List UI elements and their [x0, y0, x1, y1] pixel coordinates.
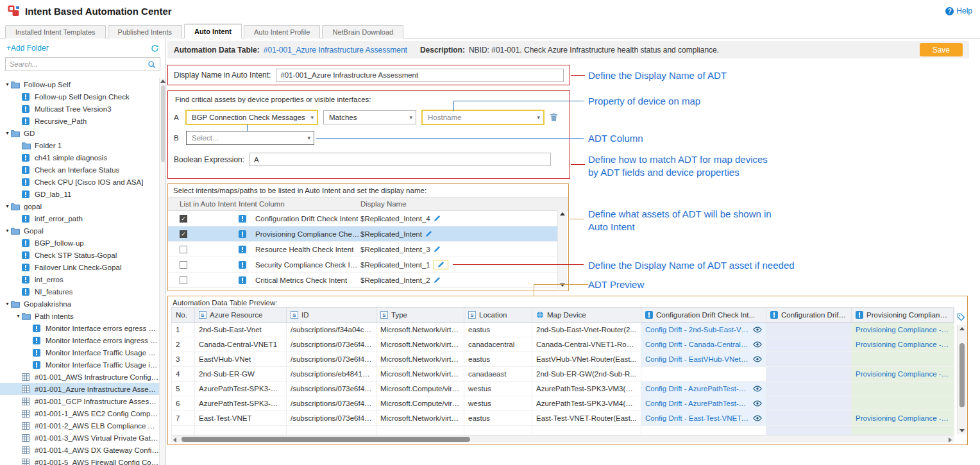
tree-item-gd-lab-11[interactable]: GD_lab_11	[0, 188, 159, 200]
scrollbar-thumb[interactable]	[182, 437, 470, 442]
eye-icon[interactable]	[753, 326, 762, 333]
refresh-icon[interactable]	[151, 44, 159, 53]
config-drift-link[interactable]: Config Drift - Canada-Central-VNET1-...	[645, 337, 750, 351]
edit-display-name-icon[interactable]	[425, 230, 432, 237]
tree-item-monitor-interface-errors-egress-path[interactable]: Monitor Interface errors egress path	[0, 322, 159, 334]
scroll-up-icon[interactable]	[959, 327, 965, 330]
delete-condition-icon[interactable]	[550, 113, 558, 122]
list-checkbox[interactable]	[180, 261, 187, 269]
boolean-expression-input[interactable]	[249, 153, 551, 166]
tree-item-int-erros[interactable]: int_erros	[0, 273, 159, 285]
tree-item-01-001-1-aws-ec2-config-compliance-ass[interactable]: #01-001-1_AWS EC2 Config Compliance Ass.…	[0, 407, 159, 419]
expander-icon[interactable]: ▾	[4, 130, 11, 136]
scroll-left-icon[interactable]	[173, 437, 176, 443]
scroll-up-icon[interactable]	[160, 80, 165, 83]
search-input[interactable]	[10, 60, 148, 68]
column-header-location[interactable]: SLocation	[464, 308, 532, 322]
tree-item-monitor-interface-errors-ingress-path[interactable]: Monitor Interface errors ingress path	[0, 334, 159, 346]
scroll-up-icon[interactable]	[560, 212, 565, 216]
config-drift-link[interactable]: Config Drift - AzurePathTest-SPK3-V...	[645, 396, 750, 410]
tree-item-01-001-gcp-infrastructure-assessment[interactable]: #01-001_GCP Infrastructure Assessment	[0, 395, 159, 407]
tree-item-ni-features[interactable]: NI_features	[0, 285, 159, 298]
provisioning-link[interactable]: Provisioning Compliance - Canada-...	[856, 341, 954, 348]
column-header-configuration-drift-check-int[interactable]: Configuration Drift Check Int...	[641, 308, 766, 322]
column-header-type[interactable]: SType	[376, 308, 464, 322]
tree-item-failover-link-check-gopal[interactable]: Failover Link Check-Gopal	[0, 261, 159, 273]
config-drift-link[interactable]: Config Drift - AzurePathTest-SPK3-V...	[645, 382, 750, 396]
scrollbar-thumb[interactable]	[161, 85, 165, 162]
tree-item-multicast-tree-version3[interactable]: Multicast Tree Version3	[0, 103, 159, 115]
list-checkbox[interactable]	[180, 246, 187, 253]
tree-item-bgp-follow-up[interactable]: BGP_follow-up	[0, 237, 159, 249]
intent-row-provisioning-compliance-check[interactable]: ✓Provisioning Compliance Check ...$Repli…	[168, 226, 557, 242]
preview-horizontal-scrollbar[interactable]	[171, 435, 954, 443]
tree-item-01-001-5-aws-firewall-config-compliance[interactable]: #01-001-5_AWS Firewall Config Compliance…	[0, 456, 159, 465]
tree-item-ch41-simple-diagnosis[interactable]: ch41 simple diagnosis	[0, 151, 159, 164]
tree-item-gopalakrishna[interactable]: ▾Gopalakrishna	[0, 298, 159, 310]
add-folder-button[interactable]: +Add Folder	[6, 44, 49, 53]
expander-icon[interactable]: ▾	[4, 203, 11, 209]
list-checkbox[interactable]	[180, 276, 187, 284]
tree-item-follow-up-self-design-check[interactable]: Follow-up Self Design Check	[0, 90, 159, 103]
tab-published-intents[interactable]: Published Intents	[108, 25, 182, 38]
tab-netbrain-download[interactable]: NetBrain Download	[322, 25, 403, 38]
tree-item-gopal[interactable]: ▾gopal	[0, 200, 159, 212]
intent-row-resource-health-check-intent[interactable]: Resource Health Check Intent$Replicated_…	[168, 242, 557, 257]
column-header-no[interactable]: No.	[172, 308, 195, 322]
operator-select[interactable]: Matches ▾	[323, 110, 416, 124]
search-icon[interactable]	[148, 60, 156, 69]
expander-icon[interactable]: ▾	[4, 301, 11, 307]
edit-display-name-icon[interactable]	[434, 215, 441, 222]
tree-item-follow-up-self[interactable]: ▾Follow-up Self	[0, 78, 159, 90]
tree-item-check-stp-status-gopal[interactable]: Check STP Status-Gopal	[0, 249, 159, 261]
intent-row-security-compliance-check-intent[interactable]: Security Compliance Check Intent$Replica…	[168, 257, 557, 273]
tag-icon[interactable]	[957, 313, 965, 323]
config-drift-link[interactable]: Config Drift - EastVHub-VNet-Router(...	[645, 352, 750, 366]
provisioning-link[interactable]: Provisioning Compliance - 2nd-Sub...	[856, 326, 954, 334]
tree-item-01-001-aws-infrastructure-config-compli[interactable]: #01-001_AWS Infrastructure Config Compli…	[0, 371, 159, 383]
adt-column-select[interactable]: BGP Connection Check Messages ▾	[186, 110, 317, 124]
tree-item-01-001-4-aws-dx-gateway-config-compli[interactable]: #01-001-4_AWS DX Gateway Config Compli..…	[0, 444, 159, 456]
eye-icon[interactable]	[753, 415, 762, 421]
tree-item-folder-1[interactable]: Folder 1	[0, 139, 159, 151]
sidebar-scrollbar[interactable]	[159, 78, 165, 465]
provisioning-link[interactable]: Provisioning Compliance - 2nd-Sub	[856, 370, 954, 378]
tree-item-monitor-interface-traffic-usage-ingress-p[interactable]: Monitor Interface Traffic Usage ingress …	[0, 359, 159, 371]
tree-item-check-cpu-cisco-ios-and-asa[interactable]: Check CPU [Cisco IOS and ASA]	[0, 176, 159, 188]
tree-item-01-001-3-aws-virtual-private-gateway-co[interactable]: #01-001-3_AWS Virtual Private Gateway Co…	[0, 432, 159, 444]
column-header-id[interactable]: SID	[287, 308, 376, 322]
intent-row-critical-metrics-check-intent[interactable]: Critical Metrics Check Intent$Replicated…	[168, 273, 557, 288]
tab-installed-intent-templates[interactable]: Installed Intent Templates	[5, 25, 106, 38]
edit-display-name-icon[interactable]	[434, 276, 441, 283]
tab-auto-intent[interactable]: Auto Intent	[184, 24, 242, 38]
tree-item-gopal[interactable]: ▾Gopal	[0, 224, 159, 237]
tree-item-monitor-interface-traffic-usage-egress-p[interactable]: Monitor Interface Traffic Usage egress p…	[0, 346, 159, 359]
tree-item-01-001-azure-infrastructure-assessment[interactable]: #01-001_Azure Infrastructure Assessment	[0, 383, 159, 395]
tab-auto-intent-profile[interactable]: Auto Intent Profile	[244, 25, 320, 38]
intents-scrollbar[interactable]	[557, 210, 567, 289]
help-link[interactable]: ? Help	[945, 6, 972, 15]
column-header-azure-resource[interactable]: SAzure Resource	[195, 308, 287, 322]
list-checkbox[interactable]: ✓	[180, 215, 187, 223]
provisioning-link[interactable]: Provisioning Compliance - East-Test...	[856, 414, 954, 422]
column-header-provisioning-compliance[interactable]: Provisioning Compliance ...	[852, 308, 954, 322]
config-drift-link[interactable]: Config Drift - 2nd-Sub-East-Vnet-Rou...	[645, 323, 750, 337]
eye-icon[interactable]	[753, 356, 762, 362]
edit-display-name-icon[interactable]	[437, 261, 444, 268]
save-button[interactable]: Save	[920, 43, 963, 56]
tree-item-path-intents[interactable]: ▾Path intents	[0, 310, 159, 322]
tree-item-intf-error-path[interactable]: intf_error_path	[0, 212, 159, 224]
adt-name-link[interactable]: #01-001_Azure Infrastructure Assessment	[264, 46, 407, 55]
preview-vertical-scrollbar[interactable]	[957, 325, 967, 434]
tree-item-recursive-path[interactable]: Recursive_Path	[0, 115, 159, 127]
display-name-input[interactable]	[276, 69, 564, 82]
tree-item-check-an-interface-status[interactable]: Check an Interface Status	[0, 164, 159, 176]
expander-icon[interactable]: ▾	[15, 313, 22, 319]
column-header-map-device[interactable]: Map Device	[532, 308, 641, 322]
tree-item-01-001-2-aws-elb-compliance-assessment[interactable]: #01-001-2_AWS ELB Compliance Assessment	[0, 419, 159, 432]
condition-b-select[interactable]: Select... ▾	[186, 131, 314, 145]
scroll-down-icon[interactable]	[959, 429, 965, 432]
eye-icon[interactable]	[753, 385, 762, 392]
config-drift-link[interactable]: Config Drift - East-Test-VNET-Router(...	[645, 411, 750, 425]
edit-display-name-icon[interactable]	[434, 246, 441, 253]
